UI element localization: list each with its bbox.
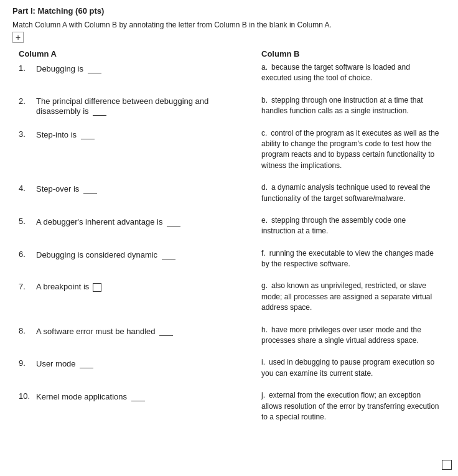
part-header: Part I: Matching (60 pts) — [12, 6, 446, 16]
blank-input[interactable] — [83, 184, 97, 194]
col-a-text: The principal difference between debuggi… — [36, 96, 249, 116]
table-row: 2.The principal difference between debug… — [12, 95, 446, 117]
col-b-letter: c. — [261, 129, 267, 138]
blank-input[interactable] — [162, 250, 175, 259]
blank-rect[interactable] — [93, 283, 101, 292]
row-number: 9. — [19, 358, 36, 368]
col-a-cell: 5.A debugger's inherent advantage is — [19, 215, 261, 226]
col-a-text: A software error must be handled — [36, 326, 173, 336]
col-a-text: Kernel mode applications — [36, 391, 145, 401]
col-a-cell: 2.The principal difference between debug… — [19, 95, 261, 116]
table-row: 4.Step-over is d.a dynamic analysis tech… — [12, 182, 446, 204]
table-row: 1.Debugging is a.because the target soft… — [12, 62, 446, 84]
col-b-letter: j. — [261, 391, 265, 399]
col-b-cell: b.stepping through one instruction at a … — [261, 95, 439, 117]
col-b-cell: a.because the target software is loaded … — [261, 62, 439, 84]
table-row: 6.Debugging is considered dynamic f.runn… — [12, 248, 446, 270]
row-number: 6. — [19, 250, 36, 259]
instructions: Match Column A with Column B by annotati… — [12, 21, 446, 29]
col-b-cell: g.also known as unprivileged, restricted… — [261, 281, 439, 313]
col-b-cell: j.external from the execution flow; an e… — [261, 390, 439, 422]
col-a-text: Step-over is — [36, 184, 97, 194]
row-number: 10. — [19, 391, 36, 401]
table-row: 7.A breakpoint is g.also known as unpriv… — [12, 281, 446, 313]
col-a-text: Step-into is — [36, 129, 95, 139]
col-a-text: Debugging is considered dynamic — [36, 250, 175, 259]
col-a-text: A breakpoint is — [36, 282, 101, 292]
col-b-letter: f. — [261, 249, 266, 258]
bottom-right-box — [442, 460, 452, 470]
col-b-letter: a. — [261, 63, 268, 72]
col-a-cell: 4.Step-over is — [19, 182, 261, 194]
row-number: 8. — [19, 326, 36, 335]
col-b-letter: h. — [261, 325, 268, 334]
table-row: 8.A software error must be handled h.hav… — [12, 325, 446, 347]
blank-input[interactable] — [81, 129, 95, 139]
matching-table: 1.Debugging is a.because the target soft… — [12, 62, 446, 422]
col-a-text: A debugger's inherent advantage is — [36, 217, 180, 226]
blank-input[interactable] — [159, 326, 173, 336]
col-b-cell: f.running the executable to view the cha… — [261, 248, 439, 270]
col-a-cell: 8.A software error must be handled — [19, 325, 261, 336]
row-number: 1. — [19, 63, 36, 73]
col-b-cell: c.control of the program as it executes … — [261, 128, 439, 172]
col-a-cell: 10.Kernel mode applications — [19, 390, 261, 401]
col-b-cell: i.used in debugging to pause program exe… — [261, 357, 439, 379]
table-row: 3.Step-into is c.control of the program … — [12, 128, 446, 172]
col-a-text: User mode — [36, 358, 93, 368]
col-b-header: Column B — [261, 49, 439, 58]
col-a-cell: 3.Step-into is — [19, 128, 261, 139]
blank-input[interactable] — [131, 391, 145, 401]
row-number: 7. — [19, 282, 36, 291]
col-a-cell: 1.Debugging is — [19, 62, 261, 73]
col-a-cell: 6.Debugging is considered dynamic — [19, 248, 261, 259]
col-b-letter: d. — [261, 183, 268, 192]
col-a-text: Debugging is — [36, 63, 101, 73]
row-number: 2. — [19, 96, 36, 106]
col-b-cell: e.stepping through the assembly code one… — [261, 215, 439, 237]
row-number: 5. — [19, 217, 36, 226]
col-b-letter: e. — [261, 216, 268, 225]
col-a-header: Column A — [19, 49, 261, 58]
blank-input[interactable] — [88, 63, 101, 73]
col-b-letter: b. — [261, 96, 268, 105]
table-row: 9.User mode i.used in debugging to pause… — [12, 357, 446, 379]
row-number: 3. — [19, 129, 36, 139]
col-a-cell: 7.A breakpoint is — [19, 281, 261, 292]
col-b-cell: h.have more privileges over user mode an… — [261, 325, 439, 347]
col-b-cell: d.a dynamic analysis technique used to r… — [261, 182, 439, 204]
blank-input[interactable] — [93, 106, 106, 116]
col-b-letter: i. — [261, 358, 265, 366]
table-row: 10.Kernel mode applications j.external f… — [12, 390, 446, 422]
row-number: 4. — [19, 184, 36, 193]
blank-input[interactable] — [167, 217, 180, 226]
blank-input[interactable] — [80, 358, 93, 368]
col-a-cell: 9.User mode — [19, 357, 261, 368]
col-b-letter: g. — [261, 281, 268, 290]
add-button[interactable]: + — [12, 32, 24, 43]
table-row: 5.A debugger's inherent advantage is e.s… — [12, 215, 446, 237]
